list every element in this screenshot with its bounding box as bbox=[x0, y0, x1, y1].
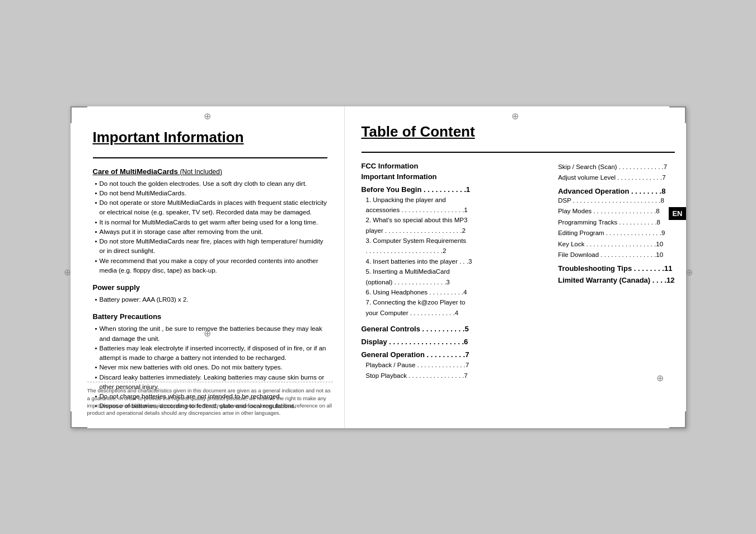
toc-before-you-begin: Before You Begin . . . . . . . . . . .1 bbox=[361, 185, 547, 194]
toc-programming-tracks: Programming Tracks . . . . . . . . . . .… bbox=[558, 217, 674, 228]
left-title-divider bbox=[93, 157, 327, 158]
toc-file-download: File Download . . . . . . . . . . . . . … bbox=[558, 250, 674, 261]
left-panel: ⊕ ⊕ Important Information Care of MultiM… bbox=[71, 106, 345, 428]
battery-section-heading: Battery Precautions bbox=[93, 312, 327, 321]
toc-container: FCC Information Important Information Be… bbox=[361, 162, 675, 381]
toc-item-3: 3. Computer System Requirements. . . . .… bbox=[361, 236, 547, 256]
list-item: Do not operate or store MultiMediaCards … bbox=[95, 198, 327, 218]
toc-stop-playback: Stop Playback . . . . . . . . . . . . . … bbox=[361, 371, 547, 381]
list-item: Do not bend MultiMediaCards. bbox=[95, 189, 327, 198]
list-item: It is normal for MultiMediaCards to get … bbox=[95, 218, 327, 227]
list-item: Always put it in storage case after remo… bbox=[95, 227, 327, 237]
list-item: Battery power: AAA (LR03) x 2. bbox=[95, 295, 327, 305]
reg-mark-top-center: ⊕ bbox=[204, 111, 211, 121]
reg-mark-bottom-center: ⊕ bbox=[204, 328, 211, 339]
toc-item-2: 2. What's so special about this MP3playe… bbox=[361, 215, 547, 236]
toc-editing-program: Editing Program . . . . . . . . . . . . … bbox=[558, 228, 674, 239]
toc-item-5: 5. Inserting a MultiMediaCard(optional) … bbox=[361, 266, 547, 287]
toc-adjust-volume: Adjust volume Level . . . . . . . . . . … bbox=[558, 172, 674, 184]
toc-fcc: FCC Information bbox=[361, 162, 547, 170]
reg-mark-right-side: ⊕ bbox=[685, 267, 693, 278]
left-panel-title: Important Information bbox=[93, 129, 327, 146]
right-panel: ⊕ ⊕ Table of Content EN FCC Information … bbox=[345, 106, 686, 428]
list-item: When storing the unit , be sure to remov… bbox=[95, 324, 327, 344]
right-panel-title: Table of Content bbox=[361, 123, 675, 140]
toc-item-1: 1. Unpacking the player andaccessories .… bbox=[361, 195, 547, 216]
toc-item-6: 6. Using Headphones . . . . . . . . . .4 bbox=[361, 287, 547, 297]
toc-limited-warranty: Limited Warranty (Canada) . . . .12 bbox=[558, 276, 674, 284]
toc-advanced-operation: Advanced Operation . . . . . . . .8 bbox=[558, 187, 674, 195]
list-item: Never mix new batteries with old ones. D… bbox=[95, 363, 327, 372]
toc-item-7: 7. Connecting the k@zoo Player toyour Co… bbox=[361, 297, 547, 318]
toc-item-4: 4. Insert batteries into the player . . … bbox=[361, 256, 547, 266]
toc-display: Display . . . . . . . . . . . . . . . . … bbox=[361, 338, 547, 346]
toc-general-controls: General Controls . . . . . . . . . . .5 bbox=[361, 325, 547, 333]
toc-left-col: FCC Information Important Information Be… bbox=[361, 162, 547, 381]
list-item: We recommend that you make a copy of you… bbox=[95, 256, 327, 276]
care-section-heading: Care of MultiMediaCards (Not Included) bbox=[93, 167, 327, 176]
footer-disclaimer: The descriptions and characteristics giv… bbox=[87, 382, 333, 416]
power-section-heading: Power supply bbox=[93, 283, 327, 292]
toc-dsp: DSP . . . . . . . . . . . . . . . . . . … bbox=[558, 195, 674, 207]
reg-mark-bottom-right: ⊕ bbox=[656, 373, 664, 383]
toc-right-col: Skip / Search (Scan) . . . . . . . . . .… bbox=[558, 162, 674, 381]
list-item: Do not store MultiMediaCards near fire, … bbox=[95, 237, 327, 256]
en-badge: EN bbox=[669, 207, 685, 220]
toc-troubleshooting: Troubleshooting Tips . . . . . . . .11 bbox=[558, 264, 674, 273]
toc-key-lock: Key Lock . . . . . . . . . . . . . . . .… bbox=[558, 239, 674, 250]
toc-playback: Playback / Pause . . . . . . . . . . . .… bbox=[361, 360, 547, 370]
right-title-divider bbox=[361, 152, 675, 153]
power-bullet-list: Battery power: AAA (LR03) x 2. bbox=[93, 295, 327, 305]
toc-skip-search: Skip / Search (Scan) . . . . . . . . . .… bbox=[558, 162, 674, 173]
reg-mark-right-top: ⊕ bbox=[511, 111, 519, 121]
toc-important-info: Important Information bbox=[361, 172, 547, 181]
page-container: ⊕ ⊕ Important Information Care of MultiM… bbox=[71, 106, 686, 428]
toc-play-modes: Play Modes . . . . . . . . . . . . . . .… bbox=[558, 206, 674, 217]
list-item: Do not touch the golden electrodes. Use … bbox=[95, 179, 327, 189]
reg-mark-left-side: ⊕ bbox=[64, 267, 71, 278]
toc-general-operation: General Operation . . . . . . . . . .7 bbox=[361, 350, 547, 359]
care-bullet-list: Do not touch the golden electrodes. Use … bbox=[93, 179, 327, 276]
list-item: Batteries may leak electrolyte if insert… bbox=[95, 344, 327, 363]
